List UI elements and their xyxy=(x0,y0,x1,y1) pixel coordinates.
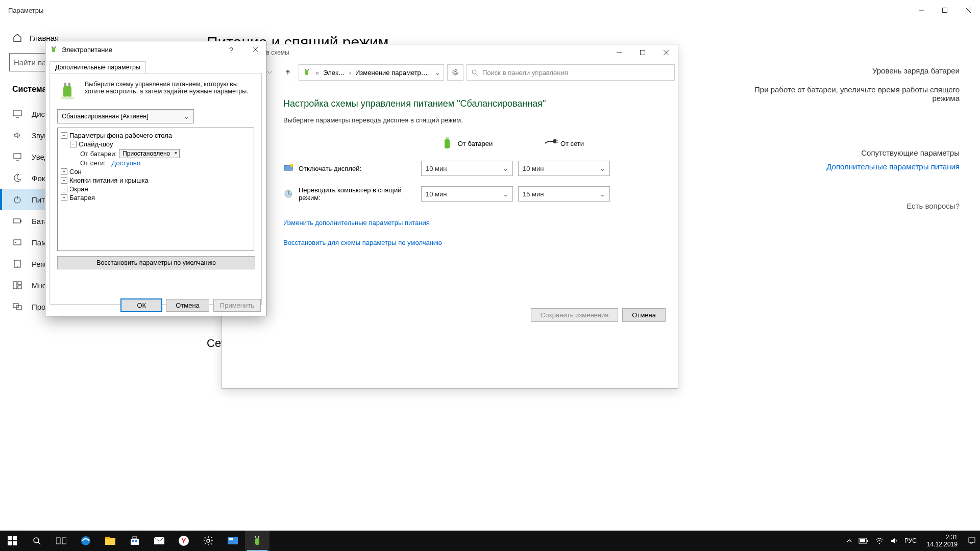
svg-rect-75 xyxy=(229,538,233,540)
cp-close-button[interactable] xyxy=(654,44,678,61)
right-question: Есть вопросы? xyxy=(745,202,960,210)
svg-rect-12 xyxy=(14,240,21,245)
right-related: Сопутствующие параметры xyxy=(745,148,960,157)
taskbar-app-yandex[interactable]: Y xyxy=(172,531,196,551)
right-topic: Уровень заряда батареи xyxy=(745,66,960,75)
tree-node-screen[interactable]: + Экран xyxy=(60,185,252,193)
dlg-help-button[interactable]: ? xyxy=(221,41,241,58)
taskbar-tray: РУС 2:31 14.12.2019 xyxy=(842,534,980,548)
tray-language[interactable]: РУС xyxy=(904,537,917,544)
dd-sleep-battery[interactable]: 10 мин⌄ xyxy=(421,186,513,202)
cp-minimize-button[interactable] xyxy=(607,44,631,61)
power-icon xyxy=(12,194,22,205)
scheme-selected: Сбалансированная [Активен] xyxy=(62,113,149,120)
chevron-right-icon: › xyxy=(347,69,353,77)
svg-rect-32 xyxy=(553,139,556,143)
taskbar-app-store[interactable] xyxy=(122,531,147,551)
collapse-icon[interactable]: − xyxy=(70,141,77,147)
settings-tree[interactable]: − Параметры фона рабочего стола − Слайд-… xyxy=(57,128,254,251)
tree-value-dropdown[interactable]: Приостановлено xyxy=(119,149,180,158)
cancel-button[interactable]: Отмена xyxy=(622,308,666,322)
tree-value-plugged[interactable]: От сети: Доступно xyxy=(60,159,252,167)
breadcrumb-item-2[interactable]: Изменение параметр… xyxy=(355,69,428,77)
svg-rect-44 xyxy=(64,83,66,86)
link-restore-defaults[interactable]: Восстановить для схемы параметры по умол… xyxy=(283,239,657,246)
expand-icon[interactable]: + xyxy=(61,168,67,175)
tree-value-label: От батареи: xyxy=(80,150,117,158)
tree-value-battery[interactable]: От батареи: Приостановлено xyxy=(60,148,252,159)
dd-sleep-plugged[interactable]: 15 мин⌄ xyxy=(518,186,610,202)
cp-heading: Настройка схемы управления питанием "Сба… xyxy=(283,98,657,109)
svg-rect-54 xyxy=(62,538,66,544)
tray-overflow-icon[interactable] xyxy=(846,538,852,544)
tree-value-link[interactable]: Доступно xyxy=(111,159,140,167)
restore-defaults-button[interactable]: Восстановить параметры по умолчанию xyxy=(57,256,255,269)
tray-date: 14.12.2019 xyxy=(927,541,958,548)
chevron-down-icon: ⌄ xyxy=(600,190,605,198)
dlg-description-row: Выберите схему управления питанием, кото… xyxy=(50,73,261,106)
expand-icon[interactable]: + xyxy=(61,177,67,184)
tray-battery-icon[interactable] xyxy=(859,538,869,544)
tree-node-battery[interactable]: + Батарея xyxy=(60,193,252,202)
breadcrumb-item-1[interactable]: Элек… xyxy=(323,69,345,77)
taskbar-app-explorer[interactable] xyxy=(98,531,122,551)
start-button[interactable] xyxy=(0,531,24,551)
tree-node-slideshow[interactable]: − Слайд-шоу xyxy=(60,140,252,148)
link-advanced-power[interactable]: Изменить дополнительные параметры питани… xyxy=(283,219,657,227)
svg-rect-39 xyxy=(52,46,53,48)
cp-search[interactable]: Поиск в панели управления xyxy=(467,64,675,81)
svg-rect-17 xyxy=(18,282,21,285)
dlg-description: Выберите схему управления питанием, кото… xyxy=(85,81,254,101)
tree-node-sleep[interactable]: + Сон xyxy=(60,167,252,176)
svg-point-36 xyxy=(290,164,293,167)
col-header-battery-label: От батареи xyxy=(458,140,493,147)
dlg-buttons: ОК Отмена Применить xyxy=(121,299,261,312)
breadcrumb[interactable]: « Элек… › Изменение параметр… ⌄ xyxy=(299,64,444,81)
right-adv-link[interactable]: Дополнительные параметры питания xyxy=(745,162,960,171)
row-sleep-text: Переводить компьютер в спящий режим: xyxy=(299,186,416,202)
dd-display-plugged[interactable]: 10 мин⌄ xyxy=(518,161,610,176)
tray-volume-icon[interactable] xyxy=(890,537,898,544)
power-plan-icon xyxy=(50,45,58,54)
taskbar-app-settings[interactable] xyxy=(196,531,220,551)
taskbar-app-edge[interactable] xyxy=(74,531,98,551)
dlg-close-button[interactable] xyxy=(246,41,266,58)
scheme-select[interactable]: Сбалансированная [Активен] ⌄ xyxy=(57,109,194,123)
battery-icon xyxy=(442,136,453,151)
task-view-button[interactable] xyxy=(49,531,74,551)
taskbar-app-generic[interactable] xyxy=(220,531,245,551)
nav-up-button[interactable] xyxy=(280,65,296,80)
breadcrumb-dropdown-icon[interactable]: ⌄ xyxy=(435,69,440,77)
svg-rect-83 xyxy=(969,538,975,542)
save-button[interactable]: Сохранить изменения xyxy=(531,308,619,322)
col-header-battery: От батареи xyxy=(421,136,513,151)
cancel-button[interactable]: Отмена xyxy=(166,299,209,312)
expand-icon[interactable]: + xyxy=(61,194,67,201)
tray-clock[interactable]: 2:31 14.12.2019 xyxy=(923,534,962,548)
taskbar-app-mail[interactable] xyxy=(147,531,172,551)
chevron-down-icon: ⌄ xyxy=(184,113,189,120)
close-button[interactable] xyxy=(957,3,980,18)
svg-rect-4 xyxy=(13,111,21,116)
col-header-plugged: От сети xyxy=(518,136,610,151)
dd-display-battery[interactable]: 10 мин⌄ xyxy=(421,161,513,176)
taskbar-search[interactable] xyxy=(24,531,49,551)
svg-point-15 xyxy=(17,266,18,267)
svg-rect-30 xyxy=(445,139,450,148)
refresh-button[interactable] xyxy=(447,64,463,81)
ok-button[interactable]: ОК xyxy=(121,299,162,312)
minimize-button[interactable] xyxy=(910,3,933,18)
tree-node-desktop-bg[interactable]: − Параметры фона рабочего стола xyxy=(60,131,252,140)
tab-advanced[interactable]: Дополнительные параметры xyxy=(50,61,146,73)
cp-maximize-button[interactable] xyxy=(631,44,654,61)
svg-line-70 xyxy=(205,537,206,538)
expand-icon[interactable]: + xyxy=(61,186,67,192)
tray-wifi-icon[interactable] xyxy=(875,537,884,544)
tree-node-buttons-lid[interactable]: + Кнопки питания и крышка xyxy=(60,176,252,185)
collapse-icon[interactable]: − xyxy=(61,132,67,139)
tray-notifications-icon[interactable] xyxy=(968,537,976,545)
svg-rect-27 xyxy=(308,69,309,70)
apply-button[interactable]: Применить xyxy=(213,299,261,312)
taskbar-app-power-options[interactable] xyxy=(245,531,270,551)
maximize-button[interactable] xyxy=(933,3,957,18)
